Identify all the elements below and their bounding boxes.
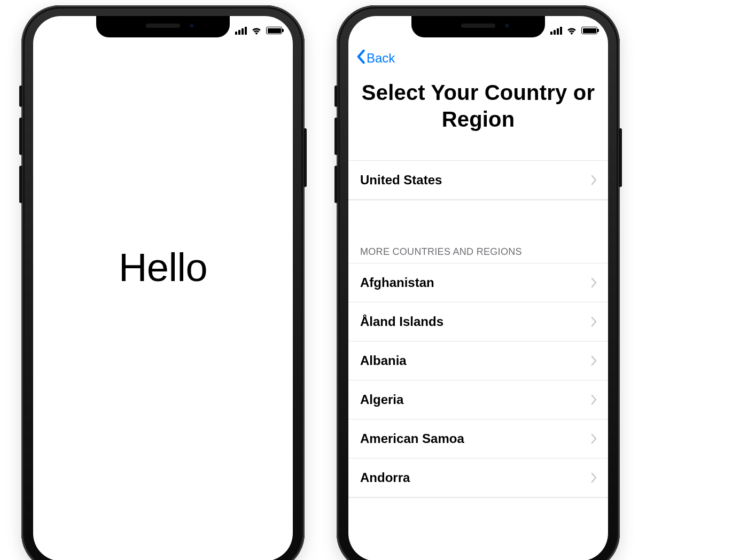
chevron-right-icon	[591, 277, 597, 288]
side-button[interactable]	[303, 128, 307, 187]
hello-text: Hello	[119, 245, 207, 290]
wifi-icon	[566, 27, 577, 35]
notch	[96, 16, 230, 37]
side-button[interactable]	[619, 128, 622, 187]
chevron-right-icon	[591, 316, 597, 327]
battery-icon	[266, 27, 282, 34]
battery-icon	[581, 27, 597, 34]
country-list[interactable]: United States MORE COUNTRIES AND REGIONS…	[348, 160, 608, 560]
notch	[411, 16, 545, 37]
country-label: United States	[360, 173, 442, 188]
back-button[interactable]: Back	[356, 49, 395, 67]
primary-country-group: United States	[348, 160, 608, 200]
country-row[interactable]: Andorra	[348, 458, 608, 497]
wifi-icon	[251, 27, 262, 35]
more-countries-header: MORE COUNTRIES AND REGIONS	[348, 246, 608, 263]
country-row[interactable]: Algeria	[348, 380, 608, 419]
country-label: Andorra	[360, 470, 410, 485]
country-label: Algeria	[360, 392, 403, 407]
volume-down-button[interactable]	[19, 166, 22, 203]
chevron-right-icon	[591, 175, 597, 185]
mute-switch[interactable]	[19, 85, 22, 107]
country-label: Albania	[360, 353, 407, 368]
chevron-left-icon	[356, 49, 365, 67]
country-row[interactable]: Åland Islands	[348, 302, 608, 341]
volume-down-button[interactable]	[334, 166, 338, 203]
chevron-right-icon	[591, 355, 597, 366]
chevron-right-icon	[591, 394, 597, 405]
status-bar	[235, 25, 282, 36]
phone-hello: Hello	[21, 5, 305, 560]
country-label: Åland Islands	[360, 314, 443, 329]
country-label: American Samoa	[360, 431, 464, 446]
country-row[interactable]: American Samoa	[348, 419, 608, 458]
volume-up-button[interactable]	[19, 118, 22, 155]
mute-switch[interactable]	[334, 85, 338, 107]
back-label: Back	[367, 51, 395, 66]
screen: Hello	[33, 16, 293, 560]
status-bar	[550, 25, 597, 36]
country-row[interactable]: Afghanistan	[348, 263, 608, 302]
volume-up-button[interactable]	[334, 118, 338, 155]
chevron-right-icon	[591, 433, 597, 444]
hello-screen[interactable]: Hello	[33, 16, 293, 560]
chevron-right-icon	[591, 472, 597, 483]
phone-select-country: Back Select Your Country or Region Unite…	[337, 5, 620, 560]
page-title: Select Your Country or Region	[348, 79, 608, 133]
country-row-primary[interactable]: United States	[348, 160, 608, 200]
cellular-icon	[550, 27, 562, 35]
cellular-icon	[235, 27, 247, 35]
more-countries-group: AfghanistanÅland IslandsAlbaniaAlgeriaAm…	[348, 263, 608, 498]
screen: Back Select Your Country or Region Unite…	[348, 16, 608, 560]
country-row[interactable]: Albania	[348, 341, 608, 380]
country-label: Afghanistan	[360, 275, 434, 290]
